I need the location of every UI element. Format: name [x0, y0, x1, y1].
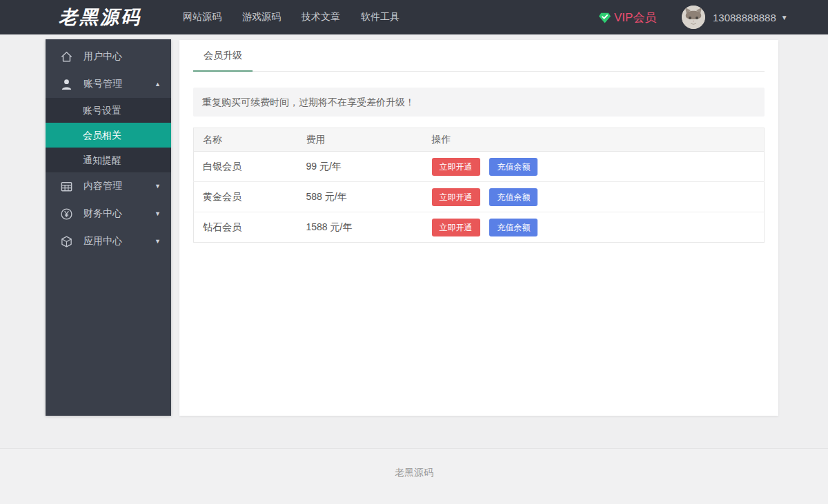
col-header-name: 名称 — [194, 128, 297, 152]
recharge-balance-button[interactable]: 充值余额 — [489, 188, 538, 206]
chevron-down-icon: ▼ — [155, 210, 161, 217]
sidebar-item-label: 应用中心 — [83, 235, 122, 248]
plan-price: 1588 元/年 — [297, 212, 423, 243]
col-header-actions: 操作 — [423, 128, 765, 152]
nav-link-software-tools[interactable]: 软件工具 — [361, 11, 400, 23]
sidebar-item-user-center[interactable]: 用户中心 — [46, 43, 171, 70]
yen-icon — [59, 207, 73, 221]
user-dropdown[interactable]: 13088888888 ▼ — [713, 0, 788, 34]
home-icon — [59, 50, 73, 63]
table-header-row: 名称 费用 操作 — [194, 128, 765, 152]
chevron-down-icon: ▼ — [155, 183, 161, 190]
vip-member-link[interactable]: VIP会员 — [598, 0, 656, 34]
chevron-down-icon: ▼ — [781, 14, 788, 21]
upgrade-notice: 重复购买可续费时间，过期将不在享受差价升级！ — [193, 88, 765, 117]
tab-bar: 会员升级 — [193, 40, 765, 72]
nav-link-tech-articles[interactable]: 技术文章 — [302, 11, 340, 23]
account-submenu: 账号设置 会员相关 通知提醒 — [46, 98, 171, 172]
sidebar-item-app-center[interactable]: 应用中心 ▼ — [46, 228, 171, 255]
plan-price: 588 元/年 — [297, 182, 423, 212]
vip-label: VIP会员 — [614, 10, 656, 26]
main-nav: 网站源码 游戏源码 技术文章 软件工具 — [183, 0, 400, 34]
sidebar-item-finance-center[interactable]: 财务中心 ▼ — [46, 200, 171, 228]
tab-member-upgrade[interactable]: 会员升级 — [193, 40, 253, 72]
site-logo[interactable]: 老黑源码 — [59, 0, 141, 34]
gem-icon — [598, 11, 611, 24]
chevron-down-icon: ▼ — [155, 238, 161, 245]
col-header-price: 费用 — [297, 128, 423, 152]
sidebar-menu: 用户中心 账号管理 ▲ 账号设置 会员相关 通知提醒 内容管理 ▼ — [46, 39, 171, 416]
recharge-balance-button[interactable]: 充值余额 — [489, 158, 538, 176]
sidebar-subitem-membership[interactable]: 会员相关 — [46, 123, 171, 148]
plan-name: 钻石会员 — [194, 212, 297, 243]
sidebar-item-label: 账号管理 — [83, 78, 122, 90]
nav-link-website-source[interactable]: 网站源码 — [183, 11, 221, 23]
footer-site-name: 老黑源码 — [395, 467, 433, 478]
plan-name: 白银会员 — [194, 152, 297, 182]
sidebar-item-label: 用户中心 — [83, 50, 122, 63]
sidebar-subitem-notifications[interactable]: 通知提醒 — [46, 148, 171, 172]
recharge-balance-button[interactable]: 充值余额 — [489, 219, 538, 236]
sidebar-subitem-account-settings[interactable]: 账号设置 — [46, 98, 171, 123]
sidebar-item-label: 财务中心 — [83, 208, 122, 220]
table-row: 白银会员 99 元/年 立即开通 充值余额 — [194, 152, 765, 182]
nav-link-game-source[interactable]: 游戏源码 — [242, 11, 281, 23]
user-icon — [59, 77, 73, 91]
user-phone: 13088888888 — [713, 12, 776, 23]
sidebar-item-account-management[interactable]: 账号管理 ▲ — [46, 70, 171, 98]
grid-icon — [59, 179, 73, 193]
main-panel: 会员升级 重复购买可续费时间，过期将不在享受差价升级！ 名称 费用 操作 白银会… — [179, 40, 778, 416]
plan-price: 99 元/年 — [297, 152, 423, 182]
open-now-button[interactable]: 立即开通 — [432, 188, 480, 206]
open-now-button[interactable]: 立即开通 — [432, 219, 480, 236]
table-row: 黄金会员 588 元/年 立即开通 充值余额 — [194, 182, 765, 212]
cat-avatar[interactable] — [682, 6, 705, 29]
membership-plans-table: 名称 费用 操作 白银会员 99 元/年 立即开通 充值余额 黄金会员 588 … — [193, 128, 765, 243]
open-now-button[interactable]: 立即开通 — [432, 158, 480, 176]
cube-icon — [59, 234, 73, 248]
page-footer: 老黑源码 — [0, 448, 828, 504]
top-navbar: 老黑源码 网站源码 游戏源码 技术文章 软件工具 VIP会员 130888888… — [0, 0, 828, 34]
chevron-up-icon: ▲ — [155, 81, 161, 88]
sidebar-item-label: 内容管理 — [83, 180, 122, 192]
sidebar-item-content-management[interactable]: 内容管理 ▼ — [46, 172, 171, 200]
plan-name: 黄金会员 — [194, 182, 297, 212]
table-row: 钻石会员 1588 元/年 立即开通 充值余额 — [194, 212, 765, 243]
